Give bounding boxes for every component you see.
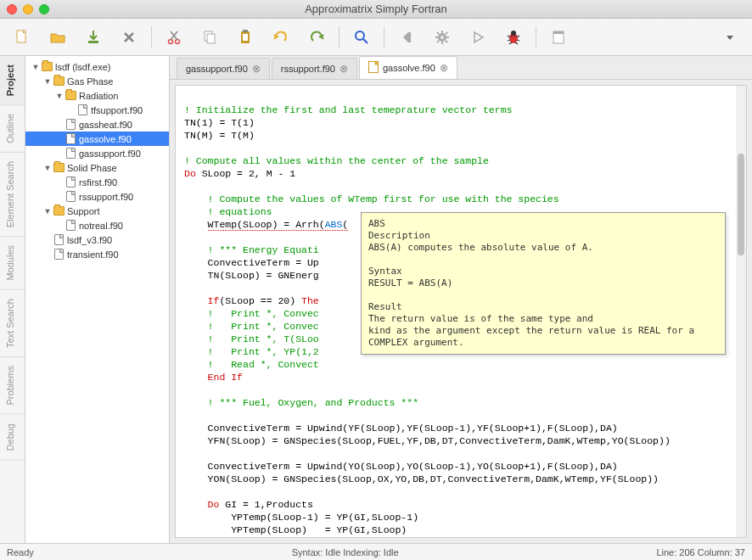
side-tab-problems[interactable]: Problems (0, 357, 25, 414)
editor-tab[interactable]: rssupport.f90⊗ (272, 58, 357, 79)
tab-label: gassolve.f90 (383, 63, 435, 73)
editor-tab[interactable]: gassupport.f90⊗ (177, 58, 270, 79)
tree-file[interactable]: ▼gassheat.f90 (25, 117, 169, 132)
svg-point-15 (511, 36, 513, 37)
tree-toggle-icon[interactable]: ▼ (54, 92, 65, 100)
file-icon (53, 249, 65, 260)
tree-label: Radiation (79, 91, 118, 101)
tree-file[interactable]: ▼gassolve.f90 (25, 132, 169, 146)
tree-file[interactable]: ▼rssupport.f90 (25, 189, 169, 204)
code-line: ! *** Energy Equati (208, 244, 319, 255)
back-target-button[interactable] (395, 25, 418, 49)
tree-label: notreal.f90 (79, 221, 123, 231)
tree-folder[interactable]: ▼lsdf (lsdf.exe) (25, 59, 169, 74)
search-button[interactable] (350, 25, 373, 49)
close-button[interactable] (117, 25, 141, 49)
status-bar: Ready Syntax: Idle Indexing: Idle Line: … (0, 543, 752, 560)
paste-button[interactable] (233, 25, 257, 49)
tree-folder[interactable]: ▼Gas Phase (25, 74, 169, 88)
tree-folder[interactable]: ▼Solid Phase (25, 160, 169, 175)
tree-file[interactable]: ▼notreal.f90 (25, 218, 169, 232)
toolbar-dropdown-button[interactable] (718, 25, 742, 49)
file-icon (65, 133, 76, 145)
svg-rect-10 (408, 32, 411, 42)
tree-toggle-icon[interactable]: ▼ (42, 77, 53, 86)
status-position: Line: 206 Column: 37 (656, 547, 745, 557)
side-tab-debug[interactable]: Debug (0, 415, 25, 460)
svg-point-2 (169, 39, 173, 43)
undo-button[interactable] (269, 25, 293, 49)
code-tooltip: ABS Description ABS(A) computes the abso… (361, 212, 726, 355)
close-tab-icon[interactable]: ⊗ (252, 63, 261, 75)
close-tab-icon[interactable]: ⊗ (340, 63, 348, 75)
tree-label: gassheat.f90 (79, 120, 132, 130)
side-tab-modules[interactable]: Modules (0, 237, 25, 290)
code-line: ! Compute all values within the center o… (184, 155, 489, 166)
editor-tab[interactable]: gassolve.f90⊗ (359, 56, 457, 79)
code-line: Do (184, 168, 196, 179)
redo-button[interactable] (305, 25, 328, 49)
tree-file[interactable]: ▼transient.f90 (25, 247, 169, 261)
tree-label: lsdf (lsdf.exe) (55, 62, 110, 72)
svg-point-14 (511, 31, 516, 36)
copy-button[interactable] (198, 25, 222, 49)
code-line: ConvectiveTerm = Up (208, 257, 319, 268)
build-button[interactable] (430, 25, 454, 49)
editor-scrollbar[interactable] (736, 86, 746, 537)
debug-button[interactable] (502, 25, 525, 49)
folder-icon (41, 61, 53, 73)
status-syntax: Syntax: Idle Indexing: Idle (292, 547, 399, 557)
tree-toggle-icon[interactable]: ▼ (42, 207, 53, 216)
open-file-button[interactable] (46, 25, 70, 49)
side-tab-outline[interactable]: Outline (0, 105, 25, 153)
window-title: Approximatrix Simply Fortran (0, 3, 752, 15)
tree-file[interactable]: ▼rsfirst.f90 (25, 175, 169, 189)
svg-rect-1 (88, 41, 98, 43)
tree-label: gassupport.f90 (79, 148, 141, 159)
new-file-button[interactable] (10, 25, 34, 49)
file-icon (65, 220, 76, 232)
side-tab-project[interactable]: Project (0, 56, 25, 105)
file-icon (53, 234, 65, 246)
code-line: TN(M) = T(M) (184, 130, 255, 141)
tree-folder[interactable]: ▼Radiation (25, 88, 169, 103)
side-tab-element-search[interactable]: Element Search (0, 153, 25, 237)
file-icon (65, 119, 76, 131)
close-tab-icon[interactable]: ⊗ (440, 62, 448, 74)
tree-label: Gas Phase (67, 76, 113, 87)
options-button[interactable] (547, 25, 570, 49)
cut-button[interactable] (162, 25, 186, 49)
tree-folder[interactable]: ▼Support (25, 204, 169, 218)
project-tree[interactable]: ▼lsdf (lsdf.exe)▼Gas Phase▼Radiation▼tfs… (25, 56, 170, 543)
svg-point-3 (176, 39, 180, 43)
side-tab-strip: ProjectOutlineElement SearchModulesText … (0, 56, 25, 543)
tree-toggle-icon[interactable]: ▼ (42, 164, 53, 172)
tab-label: rssupport.f90 (281, 64, 335, 74)
side-tab-text-search[interactable]: Text Search (0, 290, 25, 357)
svg-rect-8 (243, 30, 248, 32)
tree-toggle-icon[interactable]: ▼ (31, 63, 41, 71)
tree-file[interactable]: ▼lsdf_v3.f90 (25, 232, 169, 247)
save-button[interactable] (81, 25, 105, 49)
editor-tabs: gassupport.f90⊗rssupport.f90⊗gassolve.f9… (170, 56, 752, 80)
folder-icon (65, 90, 76, 102)
svg-point-9 (356, 31, 364, 40)
tree-label: Support (67, 206, 100, 216)
tree-label: lsdf_v3.f90 (67, 235, 112, 245)
tree-label: rsfirst.f90 (79, 177, 117, 188)
code-line: ! Initialize the first and last temeprat… (184, 104, 512, 115)
file-icon (65, 191, 76, 203)
code-line: ! Compute the values of WTemp first for … (208, 193, 559, 204)
svg-point-12 (441, 36, 444, 39)
svg-rect-5 (207, 34, 215, 43)
tree-label: Solid Phase (67, 163, 117, 173)
tree-file[interactable]: ▼tfsupport.f90 (25, 103, 169, 117)
folder-icon (53, 205, 65, 217)
tab-label: gassupport.f90 (186, 64, 248, 74)
status-ready: Ready (7, 547, 34, 557)
tree-label: transient.f90 (67, 249, 119, 260)
tree-file[interactable]: ▼gassupport.f90 (25, 146, 169, 160)
svg-point-16 (514, 36, 516, 37)
run-button[interactable] (466, 25, 490, 49)
code-line: ! equations (208, 206, 272, 217)
